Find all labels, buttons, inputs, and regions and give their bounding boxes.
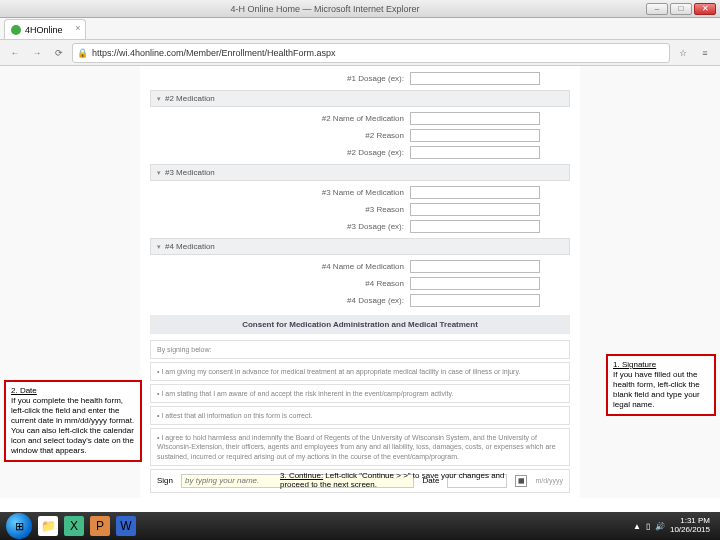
health-form: #1 Dosage (ex): ▾ #2 Medication #2 Name … xyxy=(140,66,580,498)
back-button[interactable]: ← xyxy=(6,44,24,62)
med-2-dosage-input[interactable] xyxy=(410,146,540,159)
med-4-name-input[interactable] xyxy=(410,260,540,273)
section-label: #2 Medication xyxy=(165,94,215,103)
med-2-reason-input[interactable] xyxy=(410,129,540,142)
medication-3-header[interactable]: ▾ #3 Medication xyxy=(150,164,570,181)
dosage-1-input[interactable] xyxy=(410,72,540,85)
browser-navbar: ← → ⟳ 🔒 https://wi.4honline.com/Member/E… xyxy=(0,40,720,66)
callout-title: 2. Date xyxy=(11,386,37,395)
chevron-icon: ▾ xyxy=(157,95,161,103)
field-label: #4 Name of Medication xyxy=(284,262,404,271)
field-label: #3 Name of Medication xyxy=(284,188,404,197)
callout-continue: 3. Continue: Left-click "Continue > >" t… xyxy=(280,471,530,489)
url-text: https://wi.4honline.com/Member/Enrollmen… xyxy=(92,48,336,58)
address-bar[interactable]: 🔒 https://wi.4honline.com/Member/Enrollm… xyxy=(72,43,670,63)
consent-bullet-3: • I attest that all information on this … xyxy=(150,406,570,425)
field-label: #1 Dosage (ex): xyxy=(284,74,404,83)
med-2-name-input[interactable] xyxy=(410,112,540,125)
tab-label: 4HOnline xyxy=(25,25,63,35)
system-tray: ▲ ▯ 🔊 1:31 PM 10/26/2015 xyxy=(633,517,714,535)
section-label: #3 Medication xyxy=(165,168,215,177)
field-label: #2 Name of Medication xyxy=(284,114,404,123)
taskbar-excel-icon[interactable]: X xyxy=(64,516,84,536)
med-3-reason-input[interactable] xyxy=(410,203,540,216)
tray-sound-icon[interactable]: 🔊 xyxy=(655,522,665,531)
med-3-name-input[interactable] xyxy=(410,186,540,199)
tab-close-icon[interactable]: × xyxy=(75,23,80,33)
taskbar-word-icon[interactable]: W xyxy=(116,516,136,536)
callout-signature: 1. Signature If you have filled out the … xyxy=(606,354,716,416)
field-label: #3 Reason xyxy=(284,205,404,214)
button-row: < < Previous Continue > > xyxy=(140,496,580,498)
tray-clock[interactable]: 1:31 PM 10/26/2015 xyxy=(670,517,710,535)
tray-date: 10/26/2015 xyxy=(670,526,710,535)
consent-bullet-2: • I am stating that I am aware of and ac… xyxy=(150,384,570,403)
consent-intro: By signing below: xyxy=(150,340,570,359)
chevron-icon: ▾ xyxy=(157,169,161,177)
medication-4-header[interactable]: ▾ #4 Medication xyxy=(150,238,570,255)
callout-body: If you complete the health form, left-cl… xyxy=(11,396,134,455)
taskbar: ⊞ 📁 X P W ▲ ▯ 🔊 1:31 PM 10/26/2015 xyxy=(0,512,720,540)
callout-date: 2. Date If you complete the health form,… xyxy=(4,380,142,462)
maximize-button[interactable]: □ xyxy=(670,3,692,15)
tab-4honline[interactable]: 4HOnline × xyxy=(4,19,86,39)
tray-network-icon[interactable]: ▯ xyxy=(646,522,650,531)
menu-icon[interactable]: ≡ xyxy=(696,44,714,62)
window-controls: – □ ✕ xyxy=(646,3,716,15)
page-content: #1 Dosage (ex): ▾ #2 Medication #2 Name … xyxy=(0,66,720,498)
callout-title: 3. Continue: xyxy=(280,471,323,480)
consent-banner: Consent for Medication Administration an… xyxy=(150,315,570,334)
window-title: 4-H Online Home — Microsoft Internet Exp… xyxy=(4,4,646,14)
sign-label: Sign xyxy=(157,476,173,485)
tray-flag-icon[interactable]: ▲ xyxy=(633,522,641,531)
field-label: #2 Dosage (ex): xyxy=(284,148,404,157)
medication-2-header[interactable]: ▾ #2 Medication xyxy=(150,90,570,107)
close-button[interactable]: ✕ xyxy=(694,3,716,15)
field-label: #3 Dosage (ex): xyxy=(284,222,404,231)
chevron-icon: ▾ xyxy=(157,243,161,251)
med-4-reason-input[interactable] xyxy=(410,277,540,290)
field-label: #2 Reason xyxy=(284,131,404,140)
browser-tabbar: 4HOnline × xyxy=(0,18,720,40)
consent-bullet-1: • I am giving my consent in advance for … xyxy=(150,362,570,381)
forward-button[interactable]: → xyxy=(28,44,46,62)
section-label: #4 Medication xyxy=(165,242,215,251)
reload-button[interactable]: ⟳ xyxy=(50,44,68,62)
field-label: #4 Reason xyxy=(284,279,404,288)
window-titlebar: 4-H Online Home — Microsoft Internet Exp… xyxy=(0,0,720,18)
field-label: #4 Dosage (ex): xyxy=(284,296,404,305)
med-3-dosage-input[interactable] xyxy=(410,220,540,233)
med-4-dosage-input[interactable] xyxy=(410,294,540,307)
minimize-button[interactable]: – xyxy=(646,3,668,15)
lock-icon: 🔒 xyxy=(77,48,88,58)
callout-body: If you have filled out the health form, … xyxy=(613,370,700,409)
favicon-icon xyxy=(11,25,21,35)
taskbar-powerpoint-icon[interactable]: P xyxy=(90,516,110,536)
start-button[interactable]: ⊞ xyxy=(6,513,32,539)
field-row: #1 Dosage (ex): xyxy=(140,70,580,87)
bookmark-star-icon[interactable]: ☆ xyxy=(674,44,692,62)
consent-bullet-4: • I agree to hold harmless and indemnify… xyxy=(150,428,570,465)
taskbar-explorer-icon[interactable]: 📁 xyxy=(38,516,58,536)
callout-title: 1. Signature xyxy=(613,360,656,369)
date-hint: m/d/yyyy xyxy=(535,477,563,484)
